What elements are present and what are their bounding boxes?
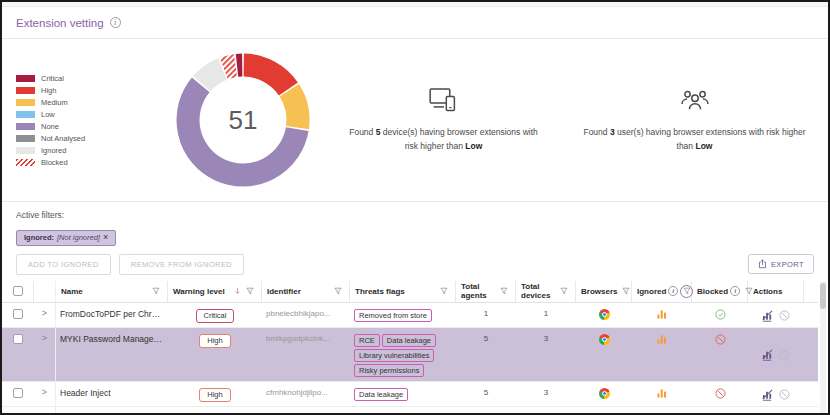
block-action-icon[interactable]	[779, 310, 790, 321]
table-row[interactable]: >Chrono Download ManagerHighmciiogijehkd…	[2, 407, 818, 415]
cell-warning-level: High	[168, 382, 262, 406]
info-icon[interactable]: i	[668, 286, 678, 296]
scrollbar-thumb[interactable]	[820, 283, 826, 309]
warning-level-badge: High	[199, 334, 230, 348]
table-scrollbar[interactable]	[820, 281, 826, 415]
filter-icon[interactable]	[331, 285, 344, 298]
cell-actions	[748, 303, 804, 327]
expand-row-icon[interactable]: >	[42, 309, 47, 318]
expand-row-icon[interactable]: >	[42, 388, 47, 397]
table-row[interactable]: >Header InjectHighcfmhknohjdjilpo...Data…	[2, 382, 818, 407]
block-action-icon[interactable]	[779, 350, 790, 361]
title-bar: Extension vetting i	[2, 7, 828, 39]
risk-donut-chart: 51	[168, 45, 318, 195]
filter-icon[interactable]	[437, 285, 450, 298]
cell-actions	[748, 328, 804, 381]
legend-label: Blocked	[41, 158, 68, 167]
cell-threats-flags: RCEData leakage...	[350, 407, 456, 415]
cell-total-devices: 1	[516, 303, 576, 327]
devices-stat: Found 5 device(s) having browser extensi…	[318, 87, 569, 153]
chrome-icon	[599, 334, 610, 345]
info-icon[interactable]: i	[730, 286, 740, 296]
users-count: 3	[610, 127, 615, 137]
ignore-action-icon[interactable]	[762, 349, 773, 361]
cell-expand: >	[34, 303, 56, 327]
ignore-action-icon[interactable]	[762, 389, 773, 401]
column-header-actions: Actions	[748, 281, 804, 302]
filter-icon[interactable]	[149, 285, 162, 298]
active-filters-section: Active filters: Ignored:[Not ignored] ×	[2, 202, 828, 250]
threat-flag-risky-permissions: Risky permissions	[354, 364, 424, 377]
select-all-checkbox[interactable]	[13, 286, 23, 296]
filter-chip-close-icon[interactable]: ×	[103, 233, 108, 242]
cell-ignored	[632, 382, 692, 406]
donut-segment-high[interactable]	[244, 65, 289, 89]
donut-segment-blocked[interactable]	[224, 66, 236, 69]
cell-name: FromDocToPDF per Chrome	[56, 303, 168, 327]
donut-segment-ignored[interactable]	[202, 69, 223, 84]
column-header-warning: Warning level	[168, 281, 262, 302]
column-label: Total devices	[521, 282, 555, 300]
legend-swatch-low	[16, 111, 35, 118]
table-row[interactable]: >MYKI Password Manager & A...Highbmikpgo…	[2, 328, 818, 382]
cell-browsers	[576, 407, 632, 415]
add-to-ignored-button[interactable]: ADD TO IGNORED	[16, 254, 111, 275]
table-row[interactable]: >FromDocToPDF per ChromeCriticalpbneiecb…	[2, 303, 818, 328]
cell-ignored	[632, 407, 692, 415]
devices-stat-text: Found 5 device(s) having browser extensi…	[345, 125, 543, 153]
column-header-devices: Total devices	[516, 281, 576, 302]
row-checkbox[interactable]	[13, 334, 23, 344]
cell-total-agents: 1	[456, 303, 516, 327]
legend-swatch-none	[16, 123, 35, 130]
filter-chip-ignored[interactable]: Ignored:[Not ignored] ×	[16, 230, 116, 246]
overview-section: CriticalHighMediumLowNoneNot AnalysedIgn…	[2, 39, 828, 202]
column-label: Actions	[753, 287, 782, 296]
cell-actions	[748, 382, 804, 406]
cell-threats-flags: Data leakage	[350, 382, 456, 406]
legend-label: Critical	[41, 74, 64, 83]
extension-identifier: pbneiecbhikjapo...	[266, 309, 331, 318]
filter-icon[interactable]	[243, 285, 256, 298]
cell-identifier: cfmhknohjdjilpo...	[262, 382, 350, 406]
threat-flag-data-leakage: Data leakage	[382, 334, 436, 347]
filter-icon[interactable]	[497, 285, 510, 298]
extension-identifier: bmikpgodpkclnk...	[266, 334, 330, 343]
blocked-icon	[715, 388, 726, 399]
row-checkbox[interactable]	[13, 388, 23, 398]
cell-ignored	[632, 328, 692, 381]
legend-item-medium: Medium	[16, 98, 162, 107]
users-stat-text: Found 3 user(s) having browser extension…	[581, 125, 809, 153]
legend-item-not-analysed: Not Analysed	[16, 134, 162, 143]
column-header-agents: Total agents	[456, 281, 516, 302]
page-title: Extension vetting	[16, 17, 104, 29]
cell-total-devices: 3	[516, 407, 576, 415]
cell-threats-flags: Removed from store	[350, 303, 456, 327]
blocked-icon	[715, 334, 726, 345]
column-header-blocked: Blockedi	[692, 281, 748, 302]
expand-row-icon[interactable]: >	[42, 334, 47, 343]
donut-segment-medium[interactable]	[289, 90, 298, 127]
column-label: Threats flags	[355, 287, 405, 296]
chrome-icon	[599, 388, 610, 399]
column-label: Blocked	[697, 287, 728, 296]
legend-label: Medium	[41, 98, 68, 107]
remove-from-ignored-button[interactable]: REMOVE FROM IGNORED	[119, 254, 244, 275]
cell-actions	[748, 407, 804, 415]
legend-label: Not Analysed	[41, 134, 85, 143]
filter-icon[interactable]	[557, 285, 570, 298]
cell-ignored	[632, 303, 692, 327]
cell-name: MYKI Password Manager & A...	[56, 328, 168, 381]
sort-desc-icon[interactable]	[234, 287, 241, 295]
ignore-action-icon[interactable]	[762, 310, 773, 322]
donut-svg	[168, 45, 318, 199]
column-label: Total agents	[461, 282, 495, 300]
cell-blocked	[692, 407, 748, 415]
row-checkbox[interactable]	[13, 309, 23, 319]
cell-blocked	[692, 303, 748, 327]
title-info-icon[interactable]: i	[110, 17, 121, 28]
export-button[interactable]: EXPORT	[748, 254, 814, 274]
cell-total-devices: 3	[516, 328, 576, 381]
block-action-icon[interactable]	[779, 389, 790, 400]
legend-swatch-ignored	[16, 147, 35, 154]
filter-icon[interactable]	[619, 285, 632, 298]
